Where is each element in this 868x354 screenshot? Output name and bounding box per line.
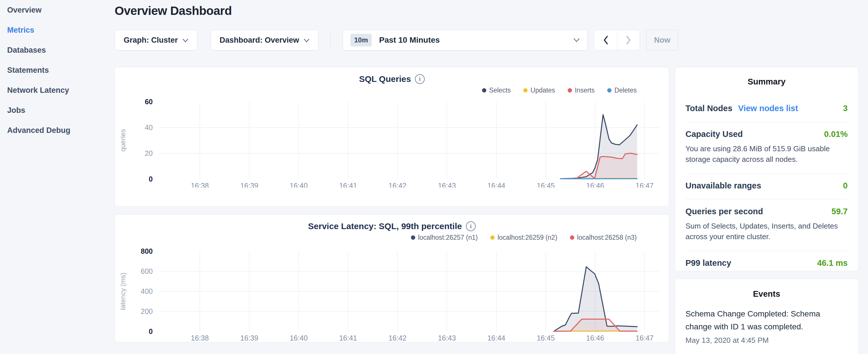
legend-dot-icon bbox=[607, 88, 612, 93]
svg-text:16:45: 16:45 bbox=[537, 182, 555, 188]
dashboard-dropdown[interactable]: Dashboard: Overview bbox=[211, 30, 318, 51]
svg-text:16:47: 16:47 bbox=[636, 182, 654, 188]
legend-item: localhost:26258 (n3) bbox=[570, 234, 637, 242]
summary-row-capacity-used: Capacity Used 0.01% You are using 28.6 M… bbox=[685, 122, 848, 173]
svg-text:16:42: 16:42 bbox=[389, 334, 407, 342]
svg-text:200: 200 bbox=[141, 307, 153, 315]
svg-text:20: 20 bbox=[145, 149, 153, 157]
sidebar-item-jobs[interactable]: Jobs bbox=[7, 100, 112, 120]
svg-text:60: 60 bbox=[145, 98, 153, 106]
legend-label: Inserts bbox=[575, 87, 595, 94]
side-column: Summary Total Nodes View nodes list 3 Ca… bbox=[675, 67, 858, 354]
svg-text:16:41: 16:41 bbox=[339, 334, 357, 342]
svg-text:400: 400 bbox=[141, 287, 153, 295]
sidebar-item-network-latency[interactable]: Network Latency bbox=[7, 80, 112, 100]
svg-text:16:38: 16:38 bbox=[191, 334, 209, 342]
legend-dot-icon bbox=[568, 88, 572, 93]
sidebar-item-advanced-debug[interactable]: Advanced Debug bbox=[7, 120, 112, 140]
legend-label: localhost:26259 (n2) bbox=[497, 234, 557, 242]
summary-rows: Total Nodes View nodes list 3 Capacity U… bbox=[685, 96, 848, 277]
summary-row-p99-latency: P99 latency 46.1 ms bbox=[685, 251, 848, 277]
legend-item: Selects bbox=[482, 87, 510, 94]
svg-text:16:44: 16:44 bbox=[488, 334, 505, 342]
svg-text:16:43: 16:43 bbox=[438, 182, 456, 188]
view-nodes-link[interactable]: View nodes list bbox=[738, 104, 798, 113]
svg-text:16:40: 16:40 bbox=[290, 182, 308, 188]
svg-text:0: 0 bbox=[149, 175, 153, 183]
legend-dot-icon bbox=[490, 235, 495, 240]
info-icon[interactable]: i bbox=[466, 221, 476, 231]
chart-title: SQL Queries bbox=[359, 74, 411, 84]
time-back-button[interactable] bbox=[594, 30, 617, 50]
legend-item: localhost:26259 (n2) bbox=[490, 234, 557, 242]
legend-label: Selects bbox=[489, 87, 510, 94]
event-timestamp: May 13, 2020 at 4:45 PM bbox=[685, 336, 848, 345]
sidebar-item-statements[interactable]: Statements bbox=[7, 60, 112, 80]
svg-text:16:47: 16:47 bbox=[636, 334, 654, 342]
summary-row-description: Sum of Selects, Updates, Inserts, and De… bbox=[685, 221, 848, 242]
svg-text:16:43: 16:43 bbox=[438, 334, 456, 342]
svg-text:0: 0 bbox=[149, 327, 153, 335]
latency-chart-card: Service Latency: SQL, 99th percentile i … bbox=[115, 214, 669, 342]
summary-panel: Summary Total Nodes View nodes list 3 Ca… bbox=[675, 67, 858, 271]
time-forward-button[interactable] bbox=[617, 30, 640, 50]
event-item[interactable]: Schema Change Completed: Schema change w… bbox=[685, 307, 848, 345]
svg-text:16:46: 16:46 bbox=[586, 182, 604, 188]
svg-text:800: 800 bbox=[141, 247, 153, 255]
chart-title: Service Latency: SQL, 99th percentile bbox=[308, 221, 462, 231]
summary-row-label: Capacity Used bbox=[685, 129, 743, 139]
svg-text:40: 40 bbox=[145, 123, 153, 131]
svg-text:16:40: 16:40 bbox=[290, 334, 308, 342]
chart-legend: localhost:26257 (n1)localhost:26259 (n2)… bbox=[115, 233, 637, 242]
legend-dot-icon bbox=[482, 88, 486, 93]
svg-text:16:42: 16:42 bbox=[389, 182, 407, 188]
graph-dropdown[interactable]: Graph: Cluster bbox=[115, 30, 197, 51]
summary-row-description: You are using 28.6 MiB of 515.9 GiB usab… bbox=[685, 143, 848, 165]
events-panel: Events Schema Change Completed: Schema c… bbox=[675, 279, 858, 354]
legend-item: Updates bbox=[523, 87, 555, 94]
legend-dot-icon bbox=[523, 88, 528, 93]
summary-row-label: Total Nodes bbox=[685, 104, 733, 113]
chevron-left-icon bbox=[602, 35, 610, 45]
time-range-badge: 10m bbox=[350, 34, 372, 46]
summary-title: Summary bbox=[685, 77, 848, 87]
svg-text:16:46: 16:46 bbox=[586, 334, 604, 342]
sidebar-item-overview[interactable]: Overview bbox=[7, 0, 112, 20]
summary-row-label: Unavailable ranges bbox=[685, 181, 761, 190]
sidebar: Overview Metrics Databases Statements Ne… bbox=[0, 0, 112, 354]
events-title: Events bbox=[685, 289, 848, 299]
app-root: Overview Metrics Databases Statements Ne… bbox=[0, 0, 868, 354]
svg-text:16:44: 16:44 bbox=[488, 182, 505, 188]
main-content: Overview Dashboard Graph: Cluster Dashbo… bbox=[112, 0, 868, 354]
time-range-label: Past 10 Minutes bbox=[379, 35, 574, 45]
sidebar-item-metrics[interactable]: Metrics bbox=[7, 20, 112, 40]
sql-queries-chart-card: SQL Queries i SelectsUpdatesInsertsDelet… bbox=[115, 67, 669, 206]
page-title: Overview Dashboard bbox=[115, 4, 860, 18]
sql-queries-chart: 16:3816:3916:4016:4116:4216:4316:4416:45… bbox=[115, 98, 669, 188]
charts-column: SQL Queries i SelectsUpdatesInsertsDelet… bbox=[115, 67, 669, 342]
sidebar-item-databases[interactable]: Databases bbox=[7, 40, 112, 60]
summary-row-value: 0.01% bbox=[824, 129, 848, 139]
event-text: Schema Change Completed: Schema change w… bbox=[685, 307, 848, 333]
time-range-dropdown[interactable]: 10m Past 10 Minutes bbox=[343, 30, 587, 51]
now-button[interactable]: Now bbox=[646, 30, 678, 51]
legend-label: localhost:26257 (n1) bbox=[418, 234, 478, 242]
svg-text:600: 600 bbox=[141, 267, 153, 275]
chart-legend: SelectsUpdatesInsertsDeletes bbox=[115, 86, 637, 94]
summary-row-label: P99 latency bbox=[685, 258, 731, 268]
chart-title-row: Service Latency: SQL, 99th percentile i bbox=[115, 221, 669, 231]
svg-text:16:45: 16:45 bbox=[537, 334, 555, 342]
summary-row-value: 59.7 bbox=[832, 207, 848, 216]
legend-label: Updates bbox=[530, 87, 555, 94]
summary-row-total-nodes: Total Nodes View nodes list 3 bbox=[685, 96, 848, 122]
svg-text:queries: queries bbox=[119, 129, 127, 152]
legend-dot-icon bbox=[570, 235, 574, 240]
legend-dot-icon bbox=[411, 235, 415, 240]
info-icon[interactable]: i bbox=[415, 74, 425, 84]
latency-chart: 16:3816:3916:4016:4116:4216:4316:4416:45… bbox=[115, 246, 669, 342]
chevron-right-icon bbox=[625, 35, 632, 45]
controls-bar: Graph: Cluster Dashboard: Overview 10m P… bbox=[115, 30, 860, 51]
chevron-down-icon bbox=[304, 39, 309, 43]
svg-text:16:41: 16:41 bbox=[339, 182, 357, 188]
summary-row-unavailable-ranges: Unavailable ranges 0 bbox=[685, 173, 848, 199]
